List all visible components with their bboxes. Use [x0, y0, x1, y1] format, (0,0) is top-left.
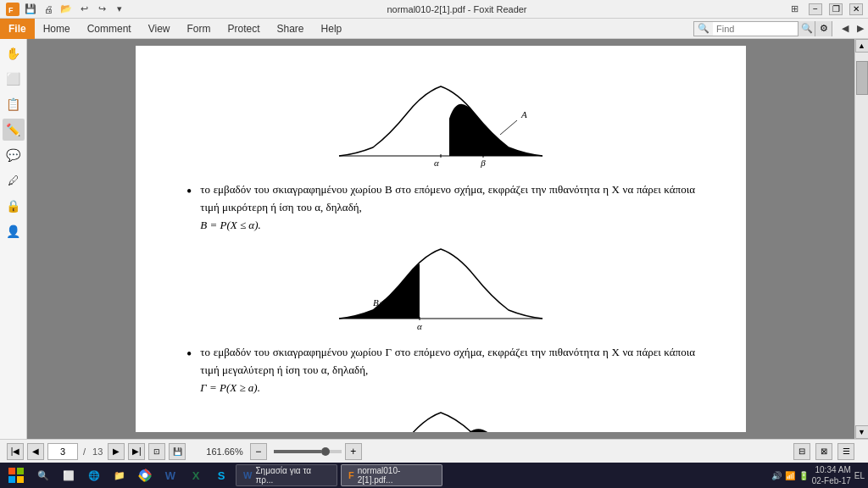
lang-indicator[interactable]: EL — [854, 471, 865, 480]
edge-button[interactable]: 🌐 — [83, 464, 105, 486]
battery-icon[interactable]: 🔋 — [798, 471, 809, 480]
zoom-out-button[interactable]: − — [250, 443, 267, 460]
menu-help[interactable]: Help — [313, 19, 351, 39]
svg-text:B: B — [373, 297, 379, 308]
window-title: normal010-2[1].pdf - Foxit Reader — [387, 4, 526, 14]
fit-button[interactable]: ⊡ — [148, 443, 165, 460]
svg-rect-23 — [17, 476, 24, 483]
word-button[interactable]: W — [159, 464, 181, 486]
grid-icon[interactable]: ⊞ — [787, 2, 802, 17]
find-input[interactable] — [713, 22, 798, 36]
taskbar-word-app[interactable]: W Σημασία για τα πρ... — [236, 464, 337, 486]
zoom-level: 161.66% — [206, 446, 242, 457]
save-pdf-button[interactable]: 💾 — [169, 443, 186, 460]
svg-rect-22 — [8, 476, 15, 483]
annotation-tool[interactable]: ✏️ — [3, 119, 25, 141]
main-layout: ✋ ⬜ 📋 ✏️ 💬 🖊 🔒 👤 — [0, 39, 868, 439]
nav-back-button[interactable]: ◀ — [837, 21, 853, 36]
menu-file[interactable]: File — [0, 19, 35, 39]
menu-form[interactable]: Form — [179, 19, 220, 39]
zoom-thumb[interactable] — [321, 447, 330, 456]
bullet-text-1: το εμβαδόν του σκιαγραφημένου χωρίου Β σ… — [200, 181, 695, 234]
sign-tool[interactable]: 👤 — [3, 220, 25, 242]
windows-start-button[interactable] — [3, 463, 29, 487]
page-number-input[interactable] — [47, 443, 78, 460]
zoom-slider[interactable] — [274, 450, 342, 453]
zoom-in-button[interactable]: + — [345, 443, 362, 460]
open-icon[interactable]: 📂 — [58, 2, 74, 17]
find-bar: 🔍 🔍 ⚙ — [693, 21, 832, 36]
close-button[interactable]: ✕ — [849, 3, 863, 15]
last-page-button[interactable]: ▶| — [128, 443, 145, 460]
customize-icon[interactable]: ▾ — [112, 2, 127, 17]
taskbar-clock[interactable]: 10:34 AM 02-Feb-17 — [812, 464, 851, 486]
svg-text:F: F — [8, 6, 14, 14]
menu-home[interactable]: Home — [35, 19, 79, 39]
bottom-toolbar: |◀ ◀ / 13 ▶ ▶| ⊡ 💾 161.66% − + ⊟ ⊠ ☰ — [0, 439, 868, 463]
left-toolbar: ✋ ⬜ 📋 ✏️ 💬 🖊 🔒 👤 — [0, 39, 27, 439]
svg-text:α: α — [417, 321, 422, 331]
minimize-button[interactable]: − — [809, 3, 822, 15]
next-page-button[interactable]: ▶ — [108, 443, 125, 460]
find-search-button[interactable]: 🔍 — [798, 21, 815, 36]
excel-button[interactable]: X — [185, 464, 207, 486]
highlight-tool[interactable]: 🖊 — [3, 169, 25, 191]
pdf-area: α β A • το εμβαδόν του σκιαγραφημένου χω… — [27, 39, 854, 439]
pdf-content: α β A • το εμβαδόν του σκιαγραφημένου χω… — [186, 80, 695, 432]
chart-2: α B — [186, 242, 695, 336]
undo-icon[interactable]: ↩ — [76, 2, 92, 17]
svg-point-25 — [142, 473, 147, 478]
bullet-item-2: • το εμβαδόν του σκιαγραφημένου χωρίου Γ… — [186, 344, 695, 396]
skype-button[interactable]: S — [210, 464, 232, 486]
chart-1: α β A — [186, 80, 695, 173]
formula-1: B = P(X ≤ α). — [200, 219, 260, 231]
scroll-track[interactable] — [855, 53, 869, 425]
stamp-tool[interactable]: 🔒 — [3, 195, 25, 217]
save-icon[interactable]: 💾 — [23, 2, 38, 17]
scroll-thumb[interactable] — [856, 61, 868, 95]
find-glass-icon: 🔍 — [694, 23, 713, 34]
svg-text:β: β — [480, 158, 486, 168]
continuous-button[interactable]: ☰ — [837, 443, 854, 460]
task-view-button[interactable]: ⬜ — [58, 464, 80, 486]
find-options-button[interactable]: ⚙ — [815, 21, 832, 36]
snapshot-tool[interactable]: 📋 — [3, 93, 25, 115]
taskbar-foxit-app[interactable]: F normal010-2[1].pdf... — [341, 464, 442, 486]
speaker-icon[interactable]: 🔊 — [771, 471, 782, 480]
scroll-down-button[interactable]: ▼ — [855, 425, 869, 439]
hand-tool[interactable]: ✋ — [3, 42, 25, 64]
svg-line-9 — [500, 120, 517, 135]
right-scrollbar: ▲ ▼ — [854, 39, 868, 439]
menu-comment[interactable]: Comment — [79, 19, 140, 39]
zoom-slider-wrap — [274, 450, 342, 453]
titlebar: F 💾 🖨 📂 ↩ ↪ ▾ normal010-2[1].pdf - Foxit… — [0, 0, 868, 19]
select-tool[interactable]: ⬜ — [3, 68, 25, 90]
bullet-dot-2: • — [186, 344, 192, 396]
restore-button[interactable]: ❐ — [829, 3, 843, 15]
menu-protect[interactable]: Protect — [220, 19, 269, 39]
bullet-dot-1: • — [186, 181, 192, 234]
menubar: File Home Comment View Form Protect Shar… — [0, 19, 868, 39]
titlebar-left: F 💾 🖨 📂 ↩ ↪ ▾ — [5, 2, 127, 17]
comment-tool[interactable]: 💬 — [3, 144, 25, 166]
search-taskbar-button[interactable]: 🔍 — [32, 464, 54, 486]
page-layout-button[interactable]: ⊟ — [793, 443, 810, 460]
formula-2: Γ = P(X ≥ a). — [200, 381, 260, 394]
network-icon[interactable]: 📶 — [785, 471, 795, 480]
menu-share[interactable]: Share — [269, 19, 313, 39]
chrome-button[interactable] — [134, 464, 156, 486]
taskbar: 🔍 ⬜ 🌐 📁 W X S W Σημασία για τα πρ... F n… — [0, 463, 868, 488]
two-page-button[interactable]: ⊠ — [815, 443, 832, 460]
prev-page-button[interactable]: ◀ — [27, 443, 44, 460]
menu-view[interactable]: View — [140, 19, 179, 39]
svg-text:α: α — [434, 158, 439, 168]
titlebar-right: ⊞ − ❐ ✕ — [787, 2, 863, 17]
redo-icon[interactable]: ↪ — [94, 2, 109, 17]
print-icon[interactable]: 🖨 — [41, 2, 56, 17]
first-page-button[interactable]: |◀ — [7, 443, 24, 460]
svg-text:A: A — [520, 109, 527, 119]
explorer-button[interactable]: 📁 — [108, 464, 131, 486]
scroll-up-button[interactable]: ▲ — [855, 39, 869, 53]
nav-forward-button[interactable]: ▶ — [853, 21, 868, 36]
taskbar-system-tray: 🔊 📶 🔋 10:34 AM 02-Feb-17 EL — [771, 464, 865, 486]
